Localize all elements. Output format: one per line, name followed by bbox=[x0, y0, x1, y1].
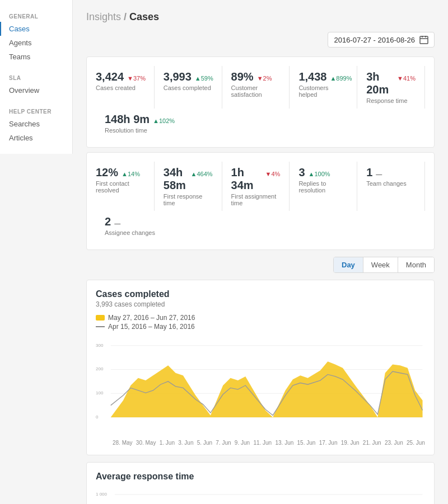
breadcrumb-current: Cases bbox=[129, 11, 159, 22]
x-label-14: 23. Jun bbox=[385, 440, 403, 446]
svg-text:0: 0 bbox=[96, 414, 99, 420]
svg-text:200: 200 bbox=[96, 366, 104, 371]
view-toggle-container: Day Week Month bbox=[86, 257, 435, 273]
stat-row1-1: 3,993 ▲59% Cases completed bbox=[155, 66, 222, 109]
chart1-subtitle: 3,993 cases completed bbox=[96, 300, 425, 308]
x-label-7: 9. Jun bbox=[235, 440, 250, 446]
breadcrumb-separator: / bbox=[121, 11, 129, 22]
stat-row2-3: 3 ▲100% Replies to resolution bbox=[290, 162, 357, 211]
sidebar-item-articles[interactable]: Articles bbox=[0, 131, 72, 145]
x-label-4: 3. Jun bbox=[178, 440, 193, 446]
stat-row2-4: 1 — Team changes bbox=[357, 162, 425, 211]
x-label-13: 21. Jun bbox=[363, 440, 381, 446]
svg-text:1 000: 1 000 bbox=[96, 492, 108, 497]
stat-change: ▲14% bbox=[122, 171, 140, 177]
stat-value: 2 bbox=[105, 215, 111, 228]
stat-value: 3,993 bbox=[164, 70, 192, 83]
chart1-svg: 300 200 100 0 bbox=[96, 335, 425, 436]
stat-value: 148h 9m bbox=[105, 113, 150, 126]
svg-text:300: 300 bbox=[96, 343, 104, 348]
toggle-week[interactable]: Week bbox=[363, 257, 398, 272]
breadcrumb-parent: Insights bbox=[86, 11, 121, 22]
sidebar-item-cases[interactable]: Cases bbox=[0, 22, 72, 36]
sidebar: GENERAL Cases Agents Teams SLA Overview … bbox=[0, 0, 73, 504]
sidebar-item-searches[interactable]: Searches bbox=[0, 117, 72, 131]
svg-marker-12 bbox=[111, 361, 423, 417]
stat-change: ▲464% bbox=[191, 171, 213, 177]
stat-value: 1,438 bbox=[298, 70, 326, 83]
stat-label: Replies to resolution bbox=[298, 180, 348, 194]
sidebar-item-agents[interactable]: Agents bbox=[0, 36, 72, 50]
chart2-title: Average response time bbox=[96, 472, 425, 482]
x-label-2: 30. May bbox=[136, 440, 156, 446]
chart2-svg: 1 000 800 600 400 200 0 bbox=[96, 483, 425, 504]
chart1-legend-2: Apr 15, 2016 – May 16, 2016 bbox=[108, 323, 195, 331]
stat-row1-0: 3,424 ▼37% Cases created bbox=[96, 66, 155, 109]
stat-value: 34h 58m bbox=[164, 166, 188, 192]
stat-change: ▲100% bbox=[309, 171, 330, 177]
x-label-12: 19. Jun bbox=[341, 440, 360, 446]
stat-label: First assignment time bbox=[231, 193, 281, 206]
stat-label: Team changes bbox=[366, 180, 416, 187]
chart1-title: Cases completed bbox=[96, 289, 425, 299]
date-range-picker[interactable]: 2016-07-27 - 2016-08-26 bbox=[328, 32, 435, 48]
stat-label: Assignee changes bbox=[105, 229, 416, 236]
stat-change: ▲102% bbox=[153, 117, 175, 124]
x-label-6: 7. Jun bbox=[216, 440, 231, 446]
x-label-8: 11. Jun bbox=[253, 440, 272, 446]
stat-value: 89% bbox=[231, 70, 254, 83]
stat-value: 1h 34m bbox=[231, 166, 262, 192]
stat-change: — bbox=[376, 171, 382, 177]
stat-row2-2: 1h 34m ▼4% First assignment time bbox=[222, 162, 290, 211]
stat-value: 3,424 bbox=[96, 70, 124, 83]
stat-row1-2: 89% ▼2% Customer satisfaction bbox=[222, 66, 290, 109]
sidebar-section-help-center: HELP CENTER bbox=[0, 104, 72, 117]
x-label-15: 25. Jun bbox=[407, 440, 425, 446]
stat-change: ▼2% bbox=[257, 75, 272, 82]
breadcrumb: Insights / Cases bbox=[86, 11, 435, 23]
stat-change: ▼41% bbox=[397, 75, 416, 82]
sidebar-item-teams[interactable]: Teams bbox=[0, 50, 72, 64]
stat-value: 1 bbox=[366, 166, 372, 179]
stat-label: Cases created bbox=[96, 84, 145, 91]
chart1-legend: May 27, 2016 – Jun 27, 2016 Apr 15, 2016… bbox=[96, 314, 425, 331]
chart1-legend-1: May 27, 2016 – Jun 27, 2016 bbox=[108, 314, 195, 322]
stat-value: 3 bbox=[298, 166, 305, 179]
chart2-area: 1 000 800 600 400 200 0 bbox=[96, 483, 425, 504]
stat-value: 3h 20m bbox=[366, 70, 394, 96]
stat-row2-1: 34h 58m ▲464% First response time bbox=[155, 162, 222, 211]
toggle-group: Day Week Month bbox=[333, 257, 435, 273]
x-label-5: 5. Jun bbox=[197, 440, 212, 446]
toggle-day[interactable]: Day bbox=[334, 257, 363, 272]
cases-completed-chart: Cases completed 3,993 cases completed Ma… bbox=[86, 280, 435, 455]
x-label-11: 17. Jun bbox=[319, 440, 338, 446]
stat-row2-5: 2 — Assignee changes bbox=[96, 211, 425, 241]
stat-change: ▼4% bbox=[265, 171, 281, 177]
date-range-value: 2016-07-27 - 2016-08-26 bbox=[334, 36, 415, 44]
stat-change: ▲59% bbox=[195, 75, 213, 82]
sidebar-item-overview[interactable]: Overview bbox=[0, 83, 72, 97]
stat-change: ▼37% bbox=[127, 75, 146, 82]
x-label-3: 1. Jun bbox=[160, 440, 175, 446]
stat-change: — bbox=[114, 220, 120, 227]
sidebar-section-sla: SLA bbox=[0, 70, 72, 83]
stats-section-2: 12% ▲14% First contact resolved 34h 58m … bbox=[86, 152, 435, 250]
stat-row1-5: 148h 9m ▲102% Resolution time bbox=[96, 109, 425, 138]
toggle-month[interactable]: Month bbox=[398, 257, 434, 272]
svg-text:100: 100 bbox=[96, 390, 104, 395]
stat-change: ▲899% bbox=[330, 75, 352, 82]
stat-label: Resolution time bbox=[105, 127, 416, 134]
stat-row1-3: 1,438 ▲899% Customers helped bbox=[290, 66, 357, 109]
stat-label: Response time bbox=[366, 97, 416, 104]
calendar-icon bbox=[419, 35, 428, 44]
svg-rect-0 bbox=[420, 36, 428, 44]
stat-label: Cases completed bbox=[164, 84, 213, 91]
chart1-area: 300 200 100 0 28. May 30. May 1. Jun 3. bbox=[96, 335, 425, 446]
x-label-9: 13. Jun bbox=[275, 440, 293, 446]
x-label-1: 28. May bbox=[113, 440, 133, 446]
main-content: Insights / Cases 2016-07-27 - 2016-08-26… bbox=[73, 0, 448, 504]
stat-row2-0: 12% ▲14% First contact resolved bbox=[96, 162, 155, 211]
stat-label: Customer satisfaction bbox=[231, 84, 281, 98]
stat-label: First response time bbox=[164, 193, 213, 206]
sidebar-section-general: GENERAL bbox=[0, 9, 72, 22]
